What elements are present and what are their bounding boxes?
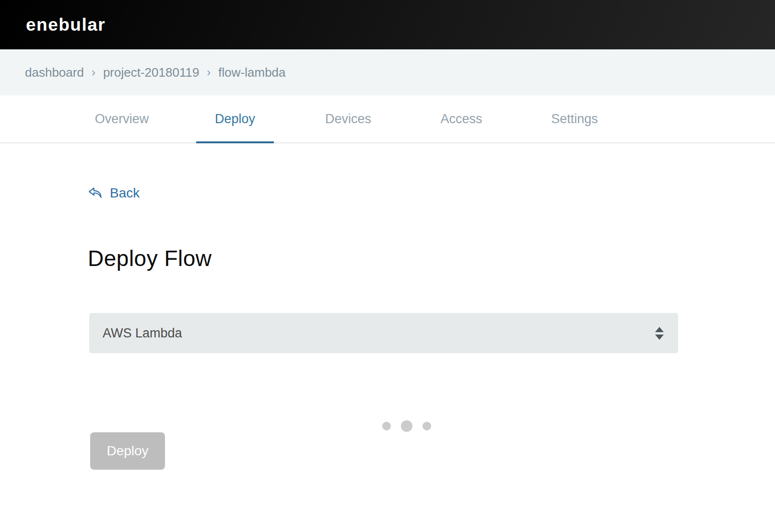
tab-overview[interactable]: Overview xyxy=(65,95,178,142)
loading-dot xyxy=(382,422,391,430)
loading-dot xyxy=(423,422,431,430)
tab-deploy[interactable]: Deploy xyxy=(178,95,292,142)
tab-devices[interactable]: Devices xyxy=(292,95,405,142)
deploy-page: Back Deploy Flow AWS Lambda Deploy xyxy=(0,143,775,532)
enebular-logo[interactable]: enebular xyxy=(26,15,106,35)
breadcrumb-item-project[interactable]: project-20180119 xyxy=(103,65,199,80)
tab-access[interactable]: Access xyxy=(405,95,518,142)
deploy-target-selected-value: AWS Lambda xyxy=(103,326,182,341)
back-link-label: Back xyxy=(110,185,140,201)
back-link[interactable]: Back xyxy=(88,185,140,201)
loading-dot xyxy=(401,420,412,432)
app-header: enebular xyxy=(0,0,775,49)
tab-bar: Overview Deploy Devices Access Settings xyxy=(0,95,775,143)
breadcrumb-item-flow: flow-lambda xyxy=(218,65,285,80)
select-arrows-icon xyxy=(655,327,664,340)
breadcrumb-separator: › xyxy=(207,66,211,79)
breadcrumb-item-dashboard[interactable]: dashboard xyxy=(25,65,84,80)
back-arrow-icon xyxy=(88,186,104,200)
page-title: Deploy Flow xyxy=(88,245,212,271)
breadcrumb-separator: › xyxy=(92,66,95,79)
deploy-target-select[interactable]: AWS Lambda xyxy=(89,313,678,353)
deploy-button[interactable]: Deploy xyxy=(90,432,165,470)
breadcrumb: dashboard › project-20180119 › flow-lamb… xyxy=(0,49,775,95)
loading-dots xyxy=(382,420,431,432)
tab-settings[interactable]: Settings xyxy=(518,95,631,142)
